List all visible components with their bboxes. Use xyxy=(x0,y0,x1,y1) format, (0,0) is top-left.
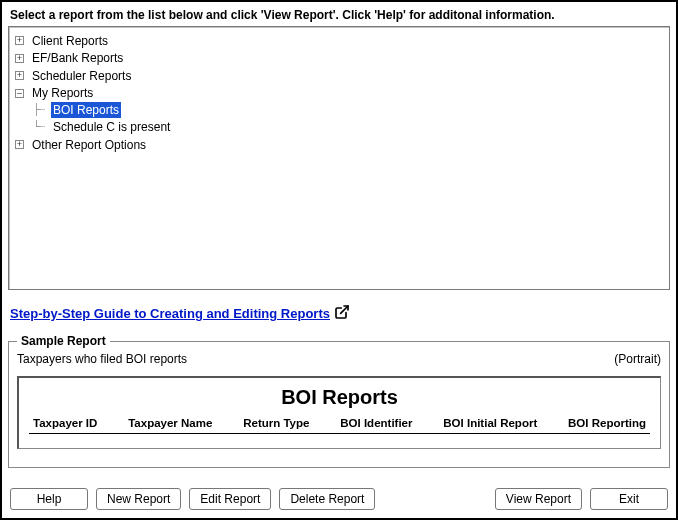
tree-label: My Reports xyxy=(30,85,95,101)
tree-label: Client Reports xyxy=(30,33,110,49)
tree-node-ef-bank-reports[interactable]: + EF/Bank Reports xyxy=(15,50,125,66)
external-link-icon xyxy=(334,304,350,323)
tree-label-selected: BOI Reports xyxy=(51,102,121,118)
tree-branch-icon: └┈ xyxy=(33,119,49,135)
column-header: Return Type xyxy=(243,417,309,429)
tree-node-other-options[interactable]: + Other Report Options xyxy=(15,137,148,153)
sample-table-title: BOI Reports xyxy=(29,386,650,409)
delete-report-button[interactable]: Delete Report xyxy=(279,488,375,510)
new-report-button[interactable]: New Report xyxy=(96,488,181,510)
tree-label: Schedule C is present xyxy=(51,119,172,135)
button-bar: Help New Report Edit Report Delete Repor… xyxy=(10,488,668,510)
tree-node-boi-reports[interactable]: ├┈ BOI Reports xyxy=(33,102,121,118)
column-header: Taxpayer Name xyxy=(128,417,212,429)
collapse-icon[interactable]: – xyxy=(15,89,24,98)
tree-node-client-reports[interactable]: + Client Reports xyxy=(15,33,110,49)
expand-icon[interactable]: + xyxy=(15,54,24,63)
sample-table-frame: BOI Reports Taxpayer ID Taxpayer Name Re… xyxy=(17,376,661,449)
sample-description: Taxpayers who filed BOI reports xyxy=(17,352,187,366)
tree-node-schedule-c[interactable]: └┈ Schedule C is present xyxy=(33,119,172,135)
report-tree[interactable]: + Client Reports + EF/Bank Reports + Sch… xyxy=(8,26,670,290)
column-header: BOI Initial Report xyxy=(443,417,537,429)
view-report-button[interactable]: View Report xyxy=(495,488,582,510)
column-header: Taxpayer ID xyxy=(33,417,97,429)
sample-orientation: (Portrait) xyxy=(614,352,661,366)
sample-table-headers: Taxpayer ID Taxpayer Name Return Type BO… xyxy=(29,417,650,434)
sample-report-panel: Sample Report Taxpayers who filed BOI re… xyxy=(8,341,670,468)
expand-icon[interactable]: + xyxy=(15,36,24,45)
expand-icon[interactable]: + xyxy=(15,140,24,149)
tree-label: EF/Bank Reports xyxy=(30,50,125,66)
help-button[interactable]: Help xyxy=(10,488,88,510)
sample-report-legend: Sample Report xyxy=(17,334,110,348)
tree-node-scheduler-reports[interactable]: + Scheduler Reports xyxy=(15,68,133,84)
expand-icon[interactable]: + xyxy=(15,71,24,80)
tree-node-my-reports[interactable]: – My Reports xyxy=(15,85,95,101)
svg-line-0 xyxy=(341,306,348,313)
column-header: BOI Reporting xyxy=(568,417,646,429)
column-header: BOI Identifier xyxy=(340,417,412,429)
edit-report-button[interactable]: Edit Report xyxy=(189,488,271,510)
instructions-text: Select a report from the list below and … xyxy=(10,8,670,22)
tree-label: Other Report Options xyxy=(30,137,148,153)
tree-label: Scheduler Reports xyxy=(30,68,133,84)
exit-button[interactable]: Exit xyxy=(590,488,668,510)
guide-link[interactable]: Step-by-Step Guide to Creating and Editi… xyxy=(10,306,330,321)
tree-branch-icon: ├┈ xyxy=(33,102,49,118)
